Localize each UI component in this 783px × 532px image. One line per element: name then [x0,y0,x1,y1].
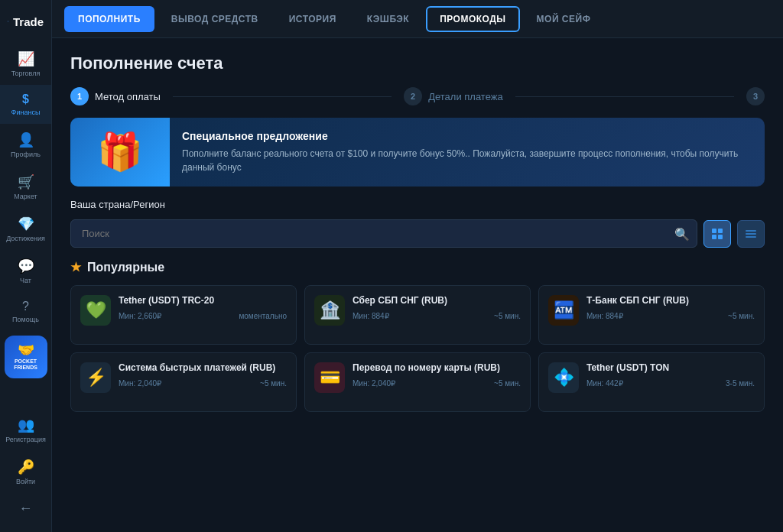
step-1-num: 1 [70,87,89,105]
main-content: ПОПОЛНИТЬ ВЫВОД СРЕДСТВ ИСТОРИЯ КЭШБЭК П… [52,0,783,532]
payment-name-0: Tether (USDT) TRC-20 [119,295,287,307]
payment-info-3: Система быстрых платежей (RUB) Мин: 2,04… [119,362,287,388]
sidebar-item-chat[interactable]: 💬 Чат [0,250,51,292]
sidebar-label-finances: Финансы [11,109,41,116]
payment-speed-5: 3-5 мин. [726,379,755,388]
tab-my-safe[interactable]: МОЙ СЕЙФ [523,6,605,32]
sidebar-item-help[interactable]: ? Помощь [0,292,51,331]
payment-meta-2: Мин: 884₽ ~5 мин. [586,312,755,320]
step-1: 1 Метод оплаты [70,87,161,105]
payment-speed-2: ~5 мин. [728,312,755,320]
promo-description: Пополните баланс реального счета от $100… [182,147,752,174]
step-1-label: Метод оплаты [95,91,161,102]
back-icon: ← [19,501,33,517]
sidebar: Trade 📈 Торговля $ Финансы 👤 Профиль 🛒 М… [0,0,52,532]
payment-info-1: Сбер СБП СНГ (RUB) Мин: 884₽ ~5 мин. [353,295,521,320]
payment-min-2: Мин: 884₽ [586,312,623,320]
payment-meta-1: Мин: 884₽ ~5 мин. [353,312,521,320]
payment-name-5: Tether (USDT) TON [586,362,755,375]
sidebar-item-trading[interactable]: 📈 Торговля [0,43,51,85]
sidebar-label-register: Регистрация [5,436,46,443]
payment-meta-3: Мин: 2,040₽ ~5 мин. [119,379,287,388]
payment-logo-1: 🏦 [314,295,345,326]
payment-min-4: Мин: 2,040₽ [353,379,395,388]
sidebar-item-achievements[interactable]: 💎 Достижения [0,208,51,250]
payment-card[interactable]: 💳 Перевод по номеру карты (RUB) Мин: 2,0… [304,352,531,412]
sidebar-label-chat: Чат [20,277,31,284]
payment-card[interactable]: 💚 Tether (USDT) TRC-20 Мин: 2,660₽ момен… [70,285,297,345]
payment-name-4: Перевод по номеру карты (RUB) [353,362,521,375]
star-icon: ★ [70,260,81,274]
payment-card[interactable]: 🏧 Т-Банк СБП СНГ (RUB) Мин: 884₽ ~5 мин. [538,285,765,345]
payment-info-0: Tether (USDT) TRC-20 Мин: 2,660₽ момента… [119,295,287,320]
search-input-wrap: 🔍 [70,219,697,248]
svg-rect-4 [712,235,716,239]
payment-logo-2: 🏧 [548,295,579,326]
payment-info-5: Tether (USDT) TON Мин: 442₽ 3-5 мин. [586,362,755,388]
payment-name-2: Т-Банк СБП СНГ (RUB) [586,295,755,307]
tab-withdrawal[interactable]: ВЫВОД СРЕДСТВ [158,6,272,32]
promo-image: 🎁 [70,118,170,187]
tab-promocodes[interactable]: ПРОМОКОДЫ [426,6,519,32]
sidebar-item-profile[interactable]: 👤 Профиль [0,124,51,166]
tab-history[interactable]: ИСТОРИЯ [275,6,350,32]
sidebar-item-register[interactable]: 👥 Регистрация [0,409,51,451]
payment-meta-0: Мин: 2,660₽ моментально [119,312,287,320]
sidebar-label-help: Помощь [12,316,39,323]
sidebar-item-finances[interactable]: $ Финансы [0,85,51,124]
payment-grid: 💚 Tether (USDT) TRC-20 Мин: 2,660₽ момен… [70,285,765,412]
search-row: 🔍 [70,219,765,248]
chat-icon: 💬 [18,258,34,274]
popular-section-title: ★ Популярные [70,260,765,274]
step-2: 2 Детали платежа [404,87,503,105]
tab-cashback[interactable]: КЭШБЭК [353,6,423,32]
step-3-num: 3 [746,87,765,105]
payment-info-4: Перевод по номеру карты (RUB) Мин: 2,040… [353,362,521,388]
payment-name-3: Система быстрых платежей (RUB) [119,362,287,375]
promo-banner: 🎁 Специальное предложение Пополните бала… [70,118,765,187]
payment-card[interactable]: ⚡ Система быстрых платежей (RUB) Мин: 2,… [70,352,297,412]
payment-name-1: Сбер СБП СНГ (RUB) [353,295,521,307]
sidebar-item-back[interactable]: ← [0,493,51,524]
tab-deposit[interactable]: ПОПОЛНИТЬ [64,6,154,32]
svg-rect-8 [746,236,756,238]
content-area: Пополнение счета 1 Метод оплаты 2 Детали… [52,38,783,532]
payment-info-2: Т-Банк СБП СНГ (RUB) Мин: 884₽ ~5 мин. [586,295,755,320]
top-nav: ПОПОЛНИТЬ ВЫВОД СРЕДСТВ ИСТОРИЯ КЭШБЭК П… [52,0,783,38]
stepper: 1 Метод оплаты 2 Детали платежа 3 [70,87,765,105]
sidebar-item-market[interactable]: 🛒 Маркет [0,166,51,208]
pocket-friends-label: POCKET FRIENDS [8,358,44,371]
payment-logo-3: ⚡ [80,362,111,393]
grid-icon [711,228,723,240]
logo-text: Trade [13,15,44,28]
finances-icon: $ [22,92,29,106]
market-icon: 🛒 [18,174,34,190]
trading-icon: 📈 [18,50,34,67]
list-icon [745,228,757,240]
payment-min-0: Мин: 2,660₽ [119,312,161,320]
step-2-num: 2 [404,87,422,105]
payment-meta-5: Мин: 442₽ 3-5 мин. [586,379,755,388]
payment-logo-4: 💳 [314,362,345,393]
svg-rect-2 [712,229,716,233]
step-divider-2 [515,96,734,97]
payment-card[interactable]: 🏦 Сбер СБП СНГ (RUB) Мин: 884₽ ~5 мин. [304,285,531,345]
step-3: 3 [746,87,765,105]
step-divider-1 [173,96,392,97]
payment-logo-0: 💚 [80,295,111,326]
pocket-friends-button[interactable]: 🤝 POCKET FRIENDS [5,336,47,378]
grid-view-button[interactable] [703,220,731,248]
payment-min-1: Мин: 884₽ [353,312,389,320]
payment-card[interactable]: 💠 Tether (USDT) TON Мин: 442₽ 3-5 мин. [538,352,765,412]
search-input[interactable] [70,219,697,248]
payment-speed-3: ~5 мин. [260,379,287,388]
step-2-label: Детали платежа [428,91,503,102]
logo-icon [8,11,8,32]
promo-text-area: Специальное предложение Пополните баланс… [170,121,765,183]
pocket-friends-icon: 🤝 [18,343,34,357]
search-icon[interactable]: 🔍 [674,226,690,241]
list-view-button[interactable] [737,220,765,248]
sidebar-item-login[interactable]: 🔑 Войти [0,451,51,493]
register-icon: 👥 [18,417,34,433]
payment-logo-5: 💠 [548,362,579,393]
